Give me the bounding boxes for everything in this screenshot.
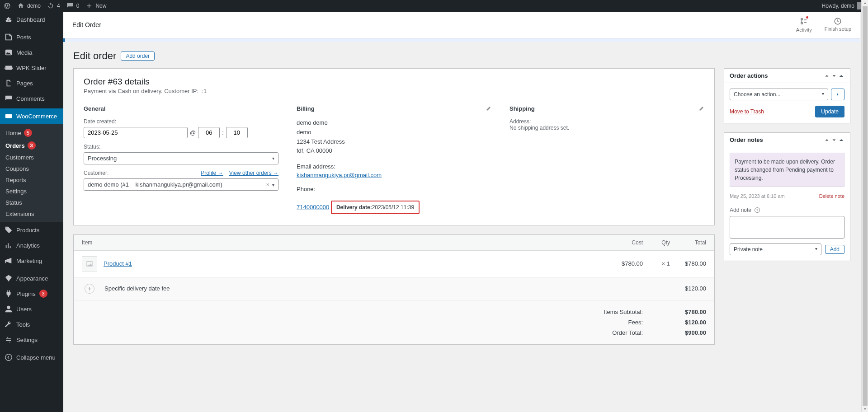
billing-name: demo demo (297, 118, 491, 128)
note-timestamp: May 25, 2023 at 6:10 am (730, 193, 785, 199)
add-note-label: Add note ? (730, 207, 844, 213)
fees-label: Fees: (628, 319, 643, 326)
general-section: General Date created: @ : (84, 105, 278, 214)
menu-products[interactable]: Products (0, 222, 63, 238)
order-notes-title: Order notes (730, 136, 763, 143)
menu-tools[interactable]: Tools (0, 317, 63, 332)
billing-cityline: fdf, CA 00000 (297, 146, 491, 156)
howdy-text: Howdy, demo (822, 3, 854, 9)
billing-phone-link[interactable]: 7140000000 (297, 204, 329, 211)
pencil-icon[interactable] (485, 106, 491, 112)
date-input[interactable] (84, 127, 188, 138)
scrollbar[interactable] (861, 0, 868, 412)
new-link[interactable]: New (85, 2, 106, 9)
plugins-badge: 3 (39, 290, 47, 298)
chevron-down-icon: ▾ (272, 156, 274, 161)
finish-setup-button[interactable]: Finish setup (825, 17, 851, 33)
chevron-up-icon[interactable] (824, 137, 830, 143)
menu-posts[interactable]: Posts (0, 29, 63, 45)
shipping-no-addr: No shipping address set. (509, 125, 704, 131)
update-button[interactable]: Update (815, 106, 844, 117)
menu-pages[interactable]: Pages (0, 75, 63, 91)
admin-sidebar: Dashboard Posts Media WPK Slider Pages C… (0, 12, 63, 412)
clear-customer-icon[interactable]: × (266, 181, 269, 188)
fee-name: Specific delivery date fee (104, 285, 670, 292)
customer-label: Customer: (84, 170, 108, 176)
submenu-reports[interactable]: Reports (0, 174, 63, 186)
menu-media[interactable]: Media (0, 45, 63, 60)
submenu-customers[interactable]: Customers (0, 152, 63, 163)
phone-label: Phone: (297, 185, 491, 194)
view-other-orders-link[interactable]: View other orders → (229, 170, 278, 176)
submenu-coupons[interactable]: Coupons (0, 163, 63, 174)
chevron-down-icon[interactable] (831, 73, 837, 79)
menu-appearance[interactable]: Appearance (0, 271, 63, 286)
submenu-extensions[interactable]: Extensions (0, 208, 63, 220)
menu-analytics[interactable]: Analytics (0, 238, 63, 253)
submenu-orders[interactable]: Orders3 (0, 139, 63, 152)
billing-email-link[interactable]: kishanmangukiya.pr@gmail.com (297, 172, 382, 178)
shipping-section: Shipping Address: No shipping address se… (509, 105, 704, 214)
status-select[interactable]: Processing ▾ (84, 152, 278, 164)
scrollbar-thumb[interactable] (863, 6, 868, 406)
chevron-up-icon[interactable] (824, 73, 830, 79)
notice-bar (63, 38, 860, 42)
menu-marketing[interactable]: Marketing (0, 253, 63, 268)
apply-action-button[interactable] (831, 89, 844, 100)
add-note-button[interactable]: Add (825, 245, 844, 254)
menu-wpk-slider[interactable]: WPK Slider (0, 60, 63, 75)
note-type-select[interactable]: Private note ▾ (730, 243, 821, 255)
header-item: Item (82, 239, 607, 246)
caret-up-icon[interactable] (838, 73, 844, 79)
activity-button[interactable]: Activity (796, 17, 812, 33)
fee-total: $120.00 (670, 285, 706, 292)
menu-comments[interactable]: Comments (0, 91, 63, 106)
customer-select[interactable]: demo demo (#1 – kishanmangukiya.pr@gmail… (84, 178, 278, 191)
submenu-settings[interactable]: Settings (0, 186, 63, 197)
product-link[interactable]: Product #1 (104, 260, 132, 267)
order-action-select[interactable]: Choose an action... ▾ (730, 89, 828, 100)
wp-admin-bar: demo 4 0 New Howdy, demo (0, 0, 868, 12)
comments-link[interactable]: 0 (66, 2, 80, 9)
move-to-trash-link[interactable]: Move to Trash (730, 108, 764, 115)
chevron-down-icon[interactable] (831, 137, 837, 143)
header-qty: Qty (643, 239, 670, 246)
hour-input[interactable] (198, 127, 220, 138)
status-label: Status: (84, 144, 278, 150)
order-title: Order #63 details (84, 77, 704, 87)
howdy-link[interactable]: Howdy, demo (822, 2, 864, 9)
delete-note-link[interactable]: Delete note (819, 193, 844, 199)
menu-dashboard[interactable]: Dashboard (0, 12, 63, 27)
note-item: Payment to be made upon delivery. Order … (730, 153, 844, 187)
help-icon[interactable]: ? (754, 207, 760, 213)
menu-users[interactable]: Users (0, 301, 63, 317)
submenu-status[interactable]: Status (0, 197, 63, 208)
new-label: New (95, 3, 106, 9)
svg-point-1 (5, 354, 12, 360)
billing-street: 1234 Test Address (297, 137, 491, 147)
minute-input[interactable] (226, 127, 248, 138)
fees-value: $120.00 (661, 319, 706, 326)
item-total: $780.00 (670, 260, 706, 267)
menu-collapse[interactable]: Collapse menu (0, 350, 63, 365)
menu-settings[interactable]: Settings (0, 332, 63, 347)
menu-woocommerce[interactable]: WooCommerce (0, 108, 63, 124)
updates-count: 4 (57, 3, 60, 9)
profile-link[interactable]: Profile → (201, 170, 223, 176)
order-payment-line: Payment via Cash on delivery. Customer I… (84, 88, 704, 94)
submenu-home[interactable]: Home5 (0, 126, 63, 139)
updates-link[interactable]: 4 (47, 2, 60, 9)
header-total: Total (670, 239, 706, 246)
wp-logo-icon[interactable] (4, 2, 11, 9)
svg-text:?: ? (756, 209, 758, 212)
note-textarea[interactable] (730, 216, 844, 239)
add-order-button[interactable]: Add order (121, 52, 155, 61)
shipping-heading: Shipping (509, 105, 535, 112)
caret-up-icon[interactable] (838, 137, 844, 143)
billing-company: demo (297, 128, 491, 137)
menu-plugins[interactable]: Plugins3 (0, 286, 63, 301)
comments-count: 0 (76, 3, 80, 9)
pencil-icon[interactable] (698, 106, 704, 112)
site-home-link[interactable]: demo (17, 2, 41, 9)
delivery-date-box: Delivery date:2023/05/12 11:39 (331, 201, 420, 214)
